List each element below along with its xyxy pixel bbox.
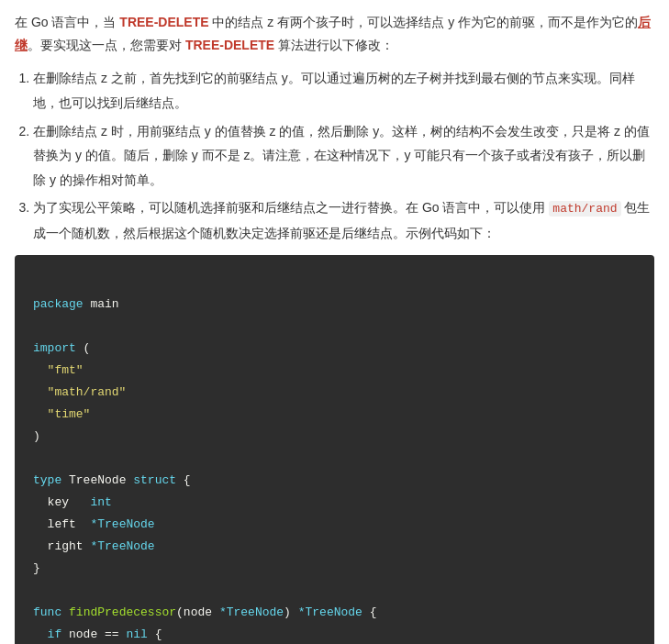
step-3: 为了实现公平策略，可以随机选择前驱和后继结点之一进行替换。在 Go 语言中，可以… [33, 195, 654, 245]
main-content: 在 Go 语言中，当 TREE-DELETE 中的结点 z 有两个孩子时，可以选… [0, 0, 669, 644]
step-2: 在删除结点 z 时，用前驱结点 y 的值替换 z 的值，然后删除 y。这样，树的… [33, 119, 654, 193]
step-1: 在删除结点 z 之前，首先找到它的前驱结点 y。可以通过遍历树的左子树并找到最右… [33, 66, 654, 115]
keyword-tree-delete: TREE-DELETE [119, 15, 208, 29]
steps-list: 在删除结点 z 之前，首先找到它的前驱结点 y。可以通过遍历树的左子树并找到最右… [15, 66, 654, 245]
inline-code-mathrand: math/rand [549, 201, 620, 217]
keyword-tree-delete-2: TREE-DELETE [185, 38, 274, 52]
code-block-container: package main import ( "fmt" "math/rand" … [15, 255, 654, 644]
intro-paragraph: 在 Go 语言中，当 TREE-DELETE 中的结点 z 有两个孩子时，可以选… [15, 11, 654, 57]
keyword-successor: 后继 [15, 15, 651, 52]
code-block: package main import ( "fmt" "math/rand" … [33, 272, 636, 644]
